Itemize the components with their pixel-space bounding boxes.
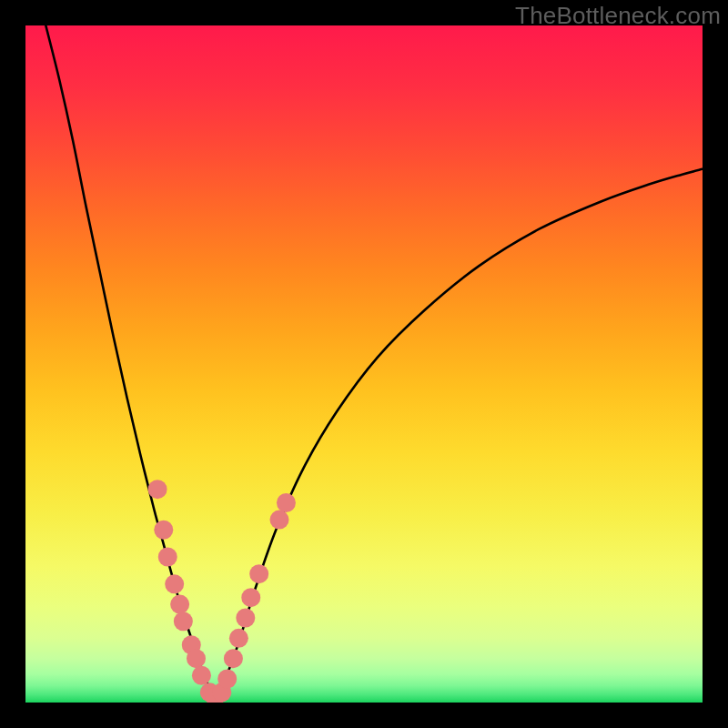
scatter-dot <box>217 669 237 688</box>
scatter-dot <box>277 493 296 512</box>
scatter-dot <box>165 574 184 593</box>
plot-area <box>25 25 703 703</box>
scatter-dot <box>187 649 206 668</box>
scatter-dot <box>241 588 260 607</box>
chart-svg <box>25 25 703 703</box>
scatter-dot <box>270 511 289 530</box>
scatter-dot <box>158 548 177 567</box>
scatter-dot <box>154 521 173 540</box>
scatter-dot <box>236 609 255 628</box>
scatter-dot <box>170 595 189 614</box>
scatter-dot <box>148 480 167 499</box>
gradient-background <box>25 25 703 703</box>
scatter-dot <box>192 666 211 685</box>
scatter-dot <box>229 629 248 648</box>
scatter-dot <box>174 612 193 631</box>
scatter-dot <box>249 564 268 583</box>
scatter-dot <box>224 649 243 668</box>
chart-frame: TheBottleneck.com <box>0 0 728 728</box>
watermark-text: TheBottleneck.com <box>515 2 721 30</box>
